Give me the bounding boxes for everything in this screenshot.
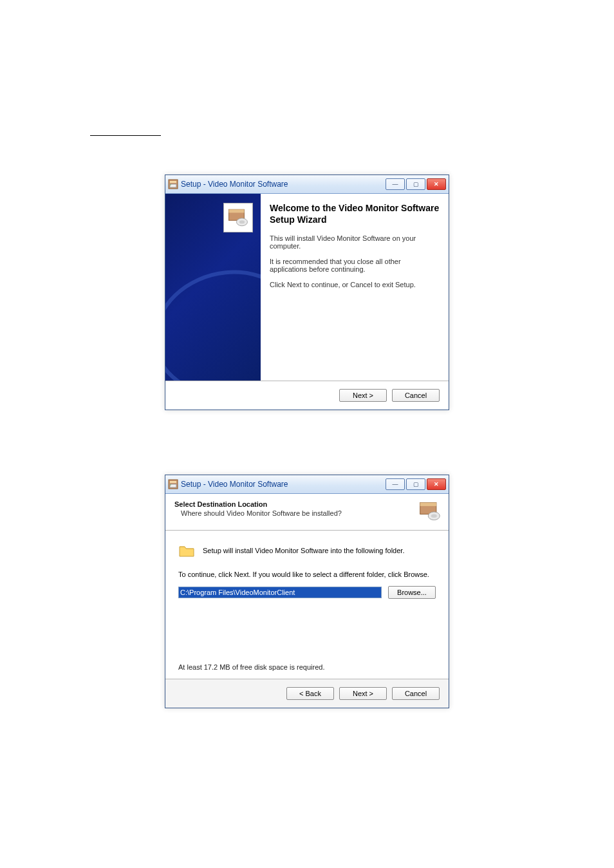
minimize-button[interactable]: — xyxy=(386,478,405,490)
svg-point-15 xyxy=(431,514,437,518)
close-button[interactable]: ✕ xyxy=(427,178,446,190)
wizard-intro-3: Click Next to continue, or Cancel to exi… xyxy=(270,281,440,288)
svg-rect-5 xyxy=(229,209,245,212)
cancel-button[interactable]: Cancel xyxy=(392,389,440,402)
minimize-button[interactable]: — xyxy=(386,178,405,190)
svg-rect-13 xyxy=(420,503,436,506)
window-title: Setup - Video Monitor Software xyxy=(181,480,288,489)
step-title: Select Destination Location xyxy=(174,500,342,508)
next-button[interactable]: Next > xyxy=(339,389,387,402)
step-hint: To continue, click Next. If you would li… xyxy=(178,571,436,578)
wizard-heading: Welcome to the Video Monitor Software Se… xyxy=(270,203,440,225)
svg-rect-9 xyxy=(170,481,176,483)
installer-icon xyxy=(168,179,178,189)
svg-point-3 xyxy=(170,184,171,185)
close-button[interactable]: ✕ xyxy=(427,478,446,490)
titlebar: Setup - Video Monitor Software — ▢ ✕ xyxy=(165,175,449,194)
wizard-intro-1: This will install Video Monitor Software… xyxy=(270,234,440,250)
next-button[interactable]: Next > xyxy=(339,687,387,700)
installer-icon xyxy=(168,479,178,489)
svg-rect-1 xyxy=(170,181,176,183)
wizard-destination: Setup - Video Monitor Software — ▢ ✕ Sel… xyxy=(165,475,449,708)
divider xyxy=(90,135,161,136)
maximize-button[interactable]: ▢ xyxy=(406,478,425,490)
step-body: Setup will install Video Monitor Softwar… xyxy=(165,531,449,679)
step-intro: Setup will install Video Monitor Softwar… xyxy=(203,547,404,554)
back-button[interactable]: < Back xyxy=(286,687,334,700)
box-disc-icon xyxy=(418,499,442,524)
wizard-welcome: Setup - Video Monitor Software — ▢ ✕ xyxy=(165,175,449,410)
side-banner xyxy=(165,194,261,381)
wizard-footer: Next > Cancel xyxy=(165,381,449,410)
window-title: Setup - Video Monitor Software xyxy=(181,180,288,189)
wizard-intro-2: It is recommended that you close all oth… xyxy=(270,258,440,273)
svg-point-11 xyxy=(170,484,171,486)
box-disc-icon xyxy=(223,203,253,232)
welcome-text: Welcome to the Video Monitor Software Se… xyxy=(261,194,449,381)
step-subtitle: Where should Video Monitor Software be i… xyxy=(181,509,342,517)
wizard-footer: < Back Next > Cancel xyxy=(165,679,449,708)
browse-button[interactable]: Browse... xyxy=(388,586,436,599)
disk-space-required: At least 17.2 MB of free disk space is r… xyxy=(178,663,324,671)
cancel-button[interactable]: Cancel xyxy=(392,687,440,700)
maximize-button[interactable]: ▢ xyxy=(406,178,425,190)
step-header: Select Destination Location Where should… xyxy=(165,494,449,531)
svg-point-7 xyxy=(239,220,245,223)
install-path-input[interactable]: C:\Program Files\VideoMonitorClient xyxy=(178,587,382,598)
folder-icon xyxy=(178,542,195,559)
document-page: Setup - Video Monitor Software — ▢ ✕ xyxy=(0,0,614,868)
titlebar: Setup - Video Monitor Software — ▢ ✕ xyxy=(165,475,449,494)
